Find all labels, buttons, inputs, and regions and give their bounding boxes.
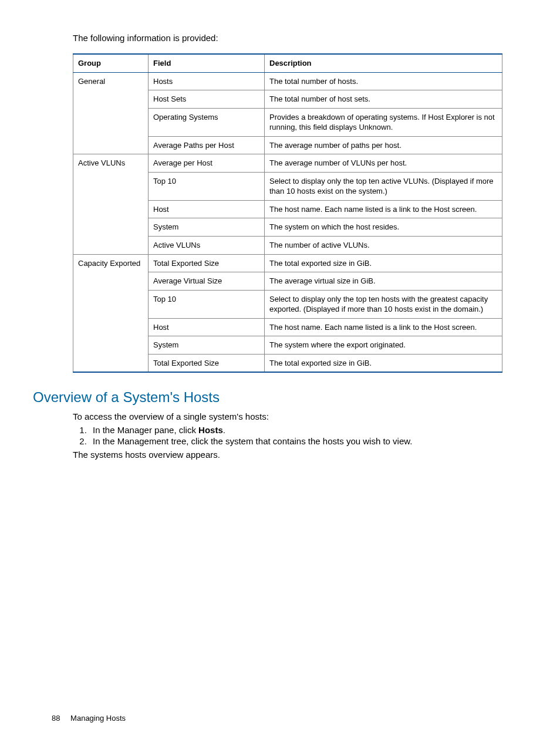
field-cell: Host xyxy=(149,318,265,336)
page-number: 88 xyxy=(52,714,60,723)
group-cell: Capacity Exported xyxy=(73,254,149,372)
field-cell: Total Exported Size xyxy=(149,254,265,272)
field-cell: Top 10 xyxy=(149,290,265,318)
field-cell: System xyxy=(149,218,265,237)
field-cell: Total Exported Size xyxy=(149,354,265,372)
group-cell: Active VLUNs xyxy=(73,154,149,254)
page-footer: 88 Managing Hosts xyxy=(52,714,126,723)
steps-list: In the Manager pane, click Hosts. In the… xyxy=(73,425,508,446)
document-page: The following information is provided: G… xyxy=(0,0,560,746)
footer-section: Managing Hosts xyxy=(70,714,126,723)
field-cell: Average Paths per Host xyxy=(149,136,265,154)
field-cell: Hosts xyxy=(149,72,265,90)
field-cell: Operating Systems xyxy=(149,108,265,136)
field-cell: Top 10 xyxy=(149,172,265,200)
step-2: In the Management tree, click the system… xyxy=(89,436,508,446)
description-cell: Provides a breakdown of operating system… xyxy=(265,108,502,136)
step-1-bold: Hosts xyxy=(198,425,223,435)
header-field: Field xyxy=(149,54,265,72)
intro-text: The following information is provided: xyxy=(73,33,508,43)
table-row: Capacity ExportedTotal Exported SizeThe … xyxy=(73,254,502,272)
field-cell: Host xyxy=(149,200,265,218)
description-cell: The total exported size in GiB. xyxy=(265,254,502,272)
description-cell: The total exported size in GiB. xyxy=(265,354,502,372)
description-cell: The average virtual size in GiB. xyxy=(265,272,502,291)
group-cell: General xyxy=(73,72,149,154)
field-cell: Average Virtual Size xyxy=(149,272,265,291)
field-cell: Average per Host xyxy=(149,154,265,173)
info-table: Group Field Description GeneralHostsThe … xyxy=(73,53,502,373)
access-intro: To access the overview of a single syste… xyxy=(73,411,508,421)
description-cell: Select to display only the top ten activ… xyxy=(265,172,502,200)
step-1: In the Manager pane, click Hosts. xyxy=(89,425,508,435)
description-cell: The host name. Each name listed is a lin… xyxy=(265,318,502,336)
description-cell: Select to display only the top ten hosts… xyxy=(265,290,502,318)
table-row: GeneralHostsThe total number of hosts. xyxy=(73,72,502,90)
description-cell: The average number of paths per host. xyxy=(265,136,502,154)
field-cell: Active VLUNs xyxy=(149,237,265,255)
description-cell: The number of active VLUNs. xyxy=(265,237,502,255)
description-cell: The total number of host sets. xyxy=(265,90,502,109)
section-heading: Overview of a System's Hosts xyxy=(33,389,508,406)
table-row: Active VLUNsAverage per HostThe average … xyxy=(73,154,502,173)
description-cell: The host name. Each name listed is a lin… xyxy=(265,200,502,218)
description-cell: The system on which the host resides. xyxy=(265,218,502,237)
step-1-pre: In the Manager pane, click xyxy=(93,425,198,435)
step-1-post: . xyxy=(223,425,225,435)
header-group: Group xyxy=(73,54,149,72)
field-cell: System xyxy=(149,336,265,355)
description-cell: The total number of hosts. xyxy=(265,72,502,90)
after-steps-text: The systems hosts overview appears. xyxy=(73,450,508,460)
header-description: Description xyxy=(265,54,502,72)
field-cell: Host Sets xyxy=(149,90,265,109)
description-cell: The system where the export originated. xyxy=(265,336,502,355)
table-header-row: Group Field Description xyxy=(73,54,502,72)
description-cell: The average number of VLUNs per host. xyxy=(265,154,502,173)
